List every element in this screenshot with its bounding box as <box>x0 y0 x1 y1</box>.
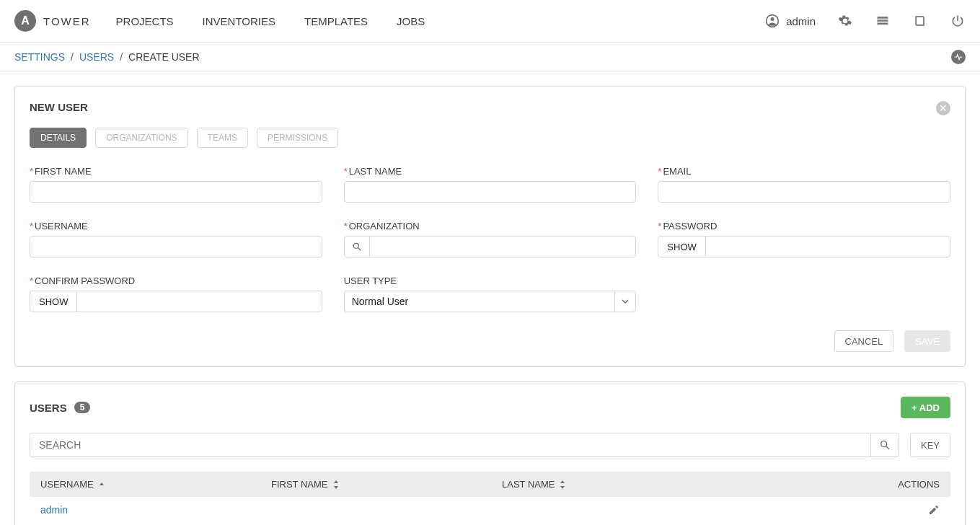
svg-rect-3 <box>878 19 888 22</box>
sort-icon <box>559 480 566 489</box>
tab-teams: TEAMS <box>197 128 248 148</box>
password-input[interactable] <box>705 236 950 257</box>
field-user-type: USER TYPE Normal User <box>344 275 637 312</box>
breadcrumb-users[interactable]: USERS <box>79 51 114 63</box>
breadcrumb: SETTINGS / USERS / CREATE USER <box>0 43 980 71</box>
svg-line-6 <box>358 248 361 251</box>
field-last-name: *LAST NAME <box>344 166 637 203</box>
field-password: *PASSWORD SHOW <box>658 221 950 257</box>
users-count-badge: 5 <box>74 402 91 413</box>
label-user-type: USER TYPE <box>344 275 397 286</box>
key-button[interactable]: KEY <box>910 433 950 457</box>
breadcrumb-settings[interactable]: SETTINGS <box>14 51 65 63</box>
field-confirm-password: *CONFIRM PASSWORD SHOW <box>30 275 322 312</box>
field-email: *EMAIL <box>658 166 950 203</box>
row-last-name <box>502 504 853 516</box>
user-type-select[interactable]: Normal User <box>344 291 637 312</box>
nav-current-user[interactable]: admin <box>764 13 816 29</box>
power-icon[interactable] <box>950 13 966 29</box>
sort-asc-icon <box>98 481 105 488</box>
table-row: admin <box>30 497 950 523</box>
users-search-input[interactable] <box>30 433 870 457</box>
label-organization: ORGANIZATION <box>349 221 420 231</box>
panel-title: NEW USER <box>30 101 950 113</box>
form-tabs: DETAILS ORGANIZATIONS TEAMS PERMISSIONS <box>30 128 950 148</box>
label-confirm-password: CONFIRM PASSWORD <box>35 275 135 286</box>
field-organization: *ORGANIZATION <box>344 221 637 257</box>
nav-jobs[interactable]: JOBS <box>397 15 425 27</box>
nav-user-name: admin <box>786 15 816 27</box>
tab-permissions: PERMISSIONS <box>257 128 338 148</box>
label-email: EMAIL <box>663 166 691 177</box>
username-input[interactable] <box>30 236 322 257</box>
email-input[interactable] <box>658 181 950 203</box>
search-icon[interactable] <box>344 236 370 257</box>
svg-point-7 <box>881 441 887 447</box>
last-name-input[interactable] <box>344 181 637 203</box>
cancel-button[interactable]: CANCEL <box>834 330 894 352</box>
activity-icon[interactable] <box>951 50 966 64</box>
show-confirm-password-button[interactable]: SHOW <box>30 291 76 312</box>
user-type-value: Normal User <box>344 291 615 312</box>
tab-details[interactable]: DETAILS <box>30 128 87 148</box>
sort-icon <box>332 480 340 489</box>
field-first-name: *FIRST NAME <box>30 166 322 203</box>
breadcrumb-sep: / <box>120 51 123 63</box>
label-password: PASSWORD <box>663 221 717 231</box>
users-panel: USERS 5 + ADD KEY USERNAME FIRST N <box>14 381 966 525</box>
svg-point-5 <box>353 243 358 248</box>
users-title: USERS <box>30 402 67 414</box>
caret-down-icon[interactable] <box>614 291 636 312</box>
edit-icon[interactable] <box>928 504 940 516</box>
brand-text: TOWER <box>43 15 91 27</box>
close-icon[interactable]: ✕ <box>936 101 950 115</box>
nav-projects[interactable]: PROJECTS <box>116 15 174 27</box>
col-last-name[interactable]: LAST NAME <box>502 479 853 490</box>
search-icon[interactable] <box>870 433 899 457</box>
users-table: USERNAME FIRST NAME LAST NAME ACTIONS ad… <box>30 472 950 523</box>
organization-input[interactable] <box>370 236 637 257</box>
nav-templates[interactable]: TEMPLATES <box>304 15 368 27</box>
breadcrumb-current: CREATE USER <box>128 51 200 63</box>
new-user-panel: NEW USER ✕ DETAILS ORGANIZATIONS TEAMS P… <box>14 86 966 367</box>
svg-rect-2 <box>878 17 888 19</box>
nav-inventories[interactable]: INVENTORIES <box>203 15 275 27</box>
primary-nav: PROJECTS INVENTORIES TEMPLATES JOBS <box>116 15 425 27</box>
gear-icon[interactable] <box>837 13 853 29</box>
brand[interactable]: A TOWER <box>14 10 91 32</box>
top-nav: A TOWER PROJECTS INVENTORIES TEMPLATES J… <box>0 0 980 43</box>
col-actions: ACTIONS <box>853 479 940 490</box>
label-first-name: FIRST NAME <box>35 166 92 177</box>
label-username: USERNAME <box>35 221 88 231</box>
tab-organizations: ORGANIZATIONS <box>95 128 187 148</box>
breadcrumb-sep: / <box>71 51 74 63</box>
user-icon <box>764 13 780 29</box>
add-user-button[interactable]: + ADD <box>901 397 950 418</box>
first-name-input[interactable] <box>30 181 322 203</box>
field-username: *USERNAME <box>30 221 322 257</box>
col-username[interactable]: USERNAME <box>40 479 271 490</box>
confirm-password-input[interactable] <box>76 291 322 312</box>
book-icon[interactable] <box>912 13 928 29</box>
show-password-button[interactable]: SHOW <box>658 236 705 257</box>
brand-logo-icon: A <box>14 10 36 32</box>
svg-line-8 <box>886 446 889 449</box>
svg-rect-4 <box>878 23 888 25</box>
row-first-name <box>271 504 502 516</box>
save-button: SAVE <box>904 330 950 352</box>
stack-icon[interactable] <box>875 13 891 29</box>
label-last-name: LAST NAME <box>349 166 402 177</box>
svg-point-1 <box>771 17 774 21</box>
row-username-link[interactable]: admin <box>40 504 68 516</box>
col-first-name[interactable]: FIRST NAME <box>271 479 502 490</box>
